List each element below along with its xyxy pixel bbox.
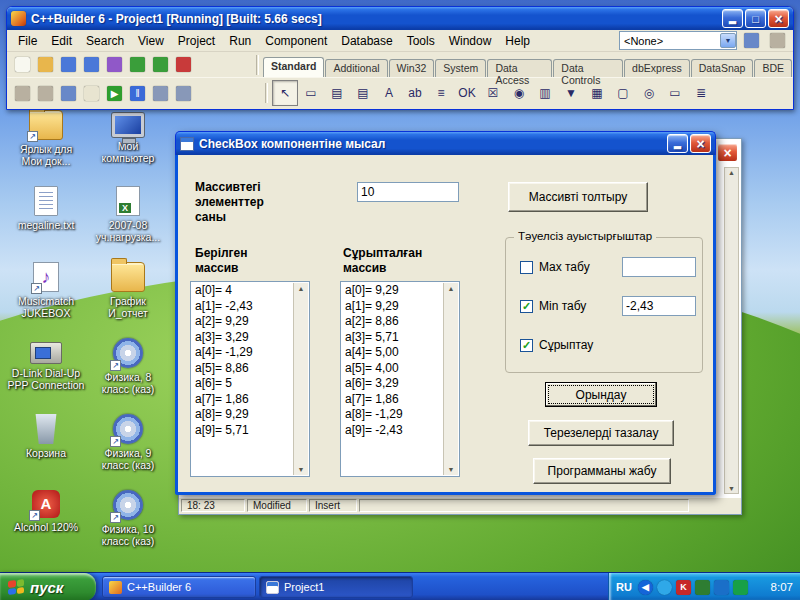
back-arrow-icon[interactable]: ◀ bbox=[638, 580, 653, 595]
list-item[interactable]: a[9]= 5,71 bbox=[192, 423, 292, 439]
remove-file-icon[interactable] bbox=[149, 54, 172, 76]
given-array-listbox[interactable]: a[0]= 4a[1]= -2,43a[2]= 9,29a[3]= 3,29a[… bbox=[190, 281, 310, 477]
editor-vertical-scrollbar[interactable] bbox=[724, 167, 739, 494]
desktop-icon-ярлык-для[interactable]: ↗Ярлык для Мои док... bbox=[5, 110, 87, 167]
clear-windows-button[interactable]: Терезелерді тазалау bbox=[528, 420, 674, 446]
panel-icon[interactable]: ▭ bbox=[662, 80, 688, 106]
radiobutton-icon[interactable]: ◉ bbox=[506, 80, 532, 106]
pointer-icon[interactable]: ↖ bbox=[272, 80, 298, 106]
new-form-icon[interactable] bbox=[80, 82, 103, 104]
palette-tab-system[interactable]: System bbox=[435, 59, 486, 77]
palette-tab-dbexpress[interactable]: dbExpress bbox=[624, 59, 690, 77]
desktop-icon-физика-9[interactable]: ↗Физика, 9 класс (каз) bbox=[87, 414, 169, 471]
list-item[interactable]: a[4]= 5,00 bbox=[342, 345, 442, 361]
list-item[interactable]: a[2]= 9,29 bbox=[192, 314, 292, 330]
listbox-scrollbar[interactable] bbox=[443, 283, 458, 475]
list-item[interactable]: a[7]= 1,86 bbox=[342, 392, 442, 408]
groupbox-icon[interactable]: ▢ bbox=[610, 80, 636, 106]
listbox-icon[interactable]: ▥ bbox=[532, 80, 558, 106]
help-icon[interactable] bbox=[172, 54, 195, 76]
language-indicator[interactable]: RU bbox=[616, 581, 632, 593]
desktop-icon-физика-10[interactable]: ↗Физика, 10 класс (каз) bbox=[87, 490, 169, 547]
view-form-icon[interactable] bbox=[34, 82, 57, 104]
new-items-icon[interactable] bbox=[766, 30, 789, 52]
run-icon[interactable]: ▶ bbox=[103, 82, 126, 104]
menu-item-help[interactable]: Help bbox=[498, 31, 537, 51]
menu-item-view[interactable]: View bbox=[131, 31, 171, 51]
list-item[interactable]: a[9]= -2,43 bbox=[342, 423, 442, 439]
dialog-titlebar[interactable]: CheckBox компонентіне мысал bbox=[175, 131, 716, 155]
add-file-icon[interactable] bbox=[126, 54, 149, 76]
component-selector-combobox[interactable]: <None> bbox=[619, 31, 737, 50]
palette-tab-data-access[interactable]: Data Access bbox=[487, 59, 552, 77]
desktop-icon-физика-8[interactable]: ↗Физика, 8 класс (каз) bbox=[87, 338, 169, 395]
min-value-input[interactable] bbox=[622, 296, 696, 316]
list-item[interactable]: a[3]= 5,71 bbox=[342, 330, 442, 346]
ide-close-button[interactable] bbox=[768, 9, 789, 28]
desktop-icon-d-link-dial-up[interactable]: D-Link Dial-Up PPP Connection bbox=[5, 338, 87, 391]
list-item[interactable]: a[2]= 8,86 bbox=[342, 314, 442, 330]
fill-array-button[interactable]: Массивті толтыру bbox=[508, 182, 648, 212]
desktop-icon-2007-08[interactable]: 2007-08 уч.нагрузка... bbox=[87, 186, 169, 243]
menu-item-run[interactable]: Run bbox=[222, 31, 258, 51]
toggle-form-unit-icon[interactable] bbox=[57, 82, 80, 104]
list-item[interactable]: a[0]= 4 bbox=[192, 283, 292, 299]
list-item[interactable]: a[5]= 4,00 bbox=[342, 361, 442, 377]
combobox-icon[interactable]: ▼ bbox=[558, 80, 584, 106]
list-item[interactable]: a[6]= 5 bbox=[192, 376, 292, 392]
desktop-icon-корзина[interactable]: Корзина bbox=[5, 414, 87, 459]
count-input[interactable] bbox=[357, 182, 459, 202]
desktop-icon-график[interactable]: График И_отчет bbox=[87, 262, 169, 319]
memo-icon[interactable]: ≡ bbox=[428, 80, 454, 106]
palette-tab-win32[interactable]: Win32 bbox=[389, 59, 435, 77]
task-button-project1[interactable]: Project1 bbox=[259, 576, 413, 598]
desktop-icon-alcohol-120-[interactable]: ↗Alcohol 120% bbox=[5, 490, 87, 533]
palette-tab-datasnap[interactable]: DataSnap bbox=[691, 59, 754, 77]
dialog-minimize-button[interactable] bbox=[667, 134, 688, 153]
menu-item-search[interactable]: Search bbox=[79, 31, 131, 51]
list-item[interactable]: a[1]= 9,29 bbox=[342, 299, 442, 315]
max-checkbox[interactable] bbox=[520, 261, 533, 274]
list-item[interactable]: a[4]= -1,29 bbox=[192, 345, 292, 361]
editor-close-button[interactable] bbox=[717, 143, 738, 162]
button-icon[interactable]: OK bbox=[454, 80, 480, 106]
edit-icon[interactable]: ab bbox=[402, 80, 428, 106]
scrollbar-icon[interactable]: ▦ bbox=[584, 80, 610, 106]
volume-icon[interactable] bbox=[733, 580, 748, 595]
menu-item-tools[interactable]: Tools bbox=[400, 31, 442, 51]
ide-minimize-button[interactable] bbox=[722, 9, 743, 28]
list-item[interactable]: a[1]= -2,43 bbox=[192, 299, 292, 315]
menu-item-database[interactable]: Database bbox=[334, 31, 399, 51]
ide-maximize-button[interactable] bbox=[745, 9, 766, 28]
task-button-c-builder-6[interactable]: C++Builder 6 bbox=[102, 576, 256, 598]
menu-item-window[interactable]: Window bbox=[442, 31, 499, 51]
list-item[interactable]: a[3]= 3,29 bbox=[192, 330, 292, 346]
step-over-icon[interactable] bbox=[172, 82, 195, 104]
update-icon[interactable] bbox=[695, 580, 710, 595]
min-checkbox[interactable] bbox=[520, 300, 533, 313]
menu-item-project[interactable]: Project bbox=[171, 31, 222, 51]
kaspersky-icon[interactable]: K bbox=[676, 580, 691, 595]
ide-titlebar[interactable]: C++Builder 6 - Project1 [Running] [Built… bbox=[7, 7, 793, 30]
list-item[interactable]: a[7]= 1,86 bbox=[192, 392, 292, 408]
list-item[interactable]: a[0]= 9,29 bbox=[342, 283, 442, 299]
view-unit-icon[interactable] bbox=[11, 82, 34, 104]
palette-tab-data-controls[interactable]: Data Controls bbox=[553, 59, 623, 77]
sort-checkbox[interactable] bbox=[520, 339, 533, 352]
new-file-icon[interactable] bbox=[11, 54, 34, 76]
palette-tab-additional[interactable]: Additional bbox=[325, 59, 387, 77]
start-button[interactable]: пуск bbox=[0, 573, 96, 600]
combo-dropdown-icon[interactable] bbox=[720, 33, 736, 48]
desktop-icon-musicmatch[interactable]: ↗Musicmatch JUKEBOX bbox=[5, 262, 87, 319]
popupmenu-icon[interactable]: ▤ bbox=[350, 80, 376, 106]
mainmenu-icon[interactable]: ▤ bbox=[324, 80, 350, 106]
palette-tab-bde[interactable]: BDE bbox=[754, 59, 792, 77]
open-project-icon[interactable] bbox=[103, 54, 126, 76]
open-file-icon[interactable] bbox=[34, 54, 57, 76]
messenger-icon[interactable] bbox=[657, 580, 672, 595]
menu-item-file[interactable]: File bbox=[11, 31, 44, 51]
sync-project-icon[interactable] bbox=[740, 30, 763, 52]
trace-into-icon[interactable] bbox=[149, 82, 172, 104]
list-item[interactable]: a[8]= 9,29 bbox=[192, 407, 292, 423]
menu-item-edit[interactable]: Edit bbox=[44, 31, 79, 51]
